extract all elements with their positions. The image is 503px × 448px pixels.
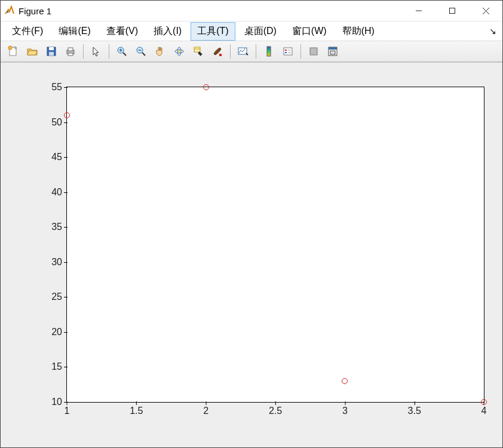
minimize-button[interactable]: [402, 1, 435, 21]
toolbar-separator: [83, 44, 84, 59]
y-tick-label: 45: [51, 152, 67, 162]
svg-point-23: [178, 50, 180, 53]
window-title: Figure 1: [19, 6, 51, 16]
svg-rect-28: [267, 47, 271, 56]
title-bar: Figure 1: [1, 1, 502, 22]
hide-tools-icon[interactable]: [305, 43, 323, 60]
svg-rect-13: [68, 53, 73, 56]
svg-rect-37: [330, 51, 335, 54]
x-tick-label: 2.5: [269, 402, 282, 416]
y-tick-label: 20: [51, 327, 67, 337]
open-icon[interactable]: [23, 43, 41, 60]
save-icon[interactable]: [42, 43, 60, 60]
svg-rect-10: [49, 52, 54, 56]
figure-window: Figure 1 文件(F)编辑(E)查看(V)插入(I)工具(T)桌面(D)窗…: [0, 0, 503, 448]
menu-item[interactable]: 窗口(W): [286, 22, 333, 41]
data-point: [203, 84, 209, 90]
svg-rect-29: [284, 48, 292, 55]
menu-item[interactable]: 查看(V): [100, 22, 145, 41]
y-tick-label: 30: [51, 257, 67, 268]
brush-icon[interactable]: [208, 43, 226, 60]
toolbar-separator: [230, 44, 231, 59]
y-tick-label: 35: [51, 222, 67, 232]
colorbar-icon[interactable]: [260, 43, 278, 60]
x-tick-label: 3: [342, 402, 348, 416]
print-icon[interactable]: [62, 43, 79, 60]
svg-rect-9: [49, 47, 54, 50]
menu-bar: 文件(F)编辑(E)查看(V)插入(I)工具(T)桌面(D)窗口(W)帮助(H)…: [1, 22, 502, 41]
svg-rect-27: [238, 48, 247, 54]
svg-rect-34: [310, 48, 317, 55]
legend-icon[interactable]: [279, 43, 297, 60]
svg-point-7: [8, 46, 12, 50]
menu-overflow-icon[interactable]: ↘: [489, 26, 496, 36]
svg-rect-2: [450, 8, 455, 14]
rotate3d-icon[interactable]: [170, 43, 188, 60]
x-tick-label: 1.5: [130, 402, 143, 416]
y-tick-label: 55: [51, 82, 67, 93]
menu-item[interactable]: 工具(T): [191, 22, 235, 41]
menu-item[interactable]: 桌面(D): [238, 22, 283, 41]
maximize-button[interactable]: [435, 1, 469, 21]
toolbar-separator: [300, 44, 301, 59]
svg-rect-26: [219, 54, 222, 56]
zoom-in-icon[interactable]: [113, 43, 131, 60]
y-tick-label: 15: [51, 361, 67, 372]
menu-item[interactable]: 文件(F): [5, 22, 50, 41]
figure-canvas: 1015202530354045505511.522.533.54: [1, 62, 502, 447]
x-tick-label: 3.5: [408, 402, 421, 416]
svg-line-15: [123, 53, 126, 56]
menu-item[interactable]: 帮助(H): [336, 22, 381, 41]
zoom-out-icon[interactable]: [132, 43, 150, 60]
x-tick-label: 2: [203, 402, 208, 416]
y-tick-label: 50: [51, 117, 67, 128]
toolbar-separator: [256, 44, 256, 59]
y-tick-label: 40: [51, 187, 67, 198]
pointer-icon[interactable]: [87, 43, 105, 60]
x-tick-label: 1: [65, 402, 70, 416]
data-point: [342, 378, 348, 384]
menu-item[interactable]: 编辑(E): [52, 22, 97, 41]
svg-point-0: [7, 11, 8, 13]
y-tick-label: 25: [51, 291, 67, 302]
data-point: [64, 112, 70, 118]
dock-icon[interactable]: [324, 43, 342, 60]
close-button[interactable]: [469, 1, 502, 21]
menu-item[interactable]: 插入(I): [147, 22, 188, 41]
svg-rect-12: [68, 48, 73, 51]
svg-line-19: [142, 53, 145, 56]
new-figure-icon[interactable]: [4, 43, 22, 60]
toolbar-separator: [109, 44, 109, 59]
pan-icon[interactable]: [151, 43, 169, 60]
data-point: [481, 399, 487, 405]
data-cursor-icon[interactable]: [189, 43, 207, 60]
matlab-app-icon: [4, 5, 15, 16]
svg-rect-24: [194, 47, 200, 52]
link-plot-icon[interactable]: [234, 43, 252, 60]
toolbar: [1, 41, 502, 62]
svg-rect-36: [329, 47, 337, 50]
axes[interactable]: 1015202530354045505511.522.533.54: [66, 87, 484, 403]
